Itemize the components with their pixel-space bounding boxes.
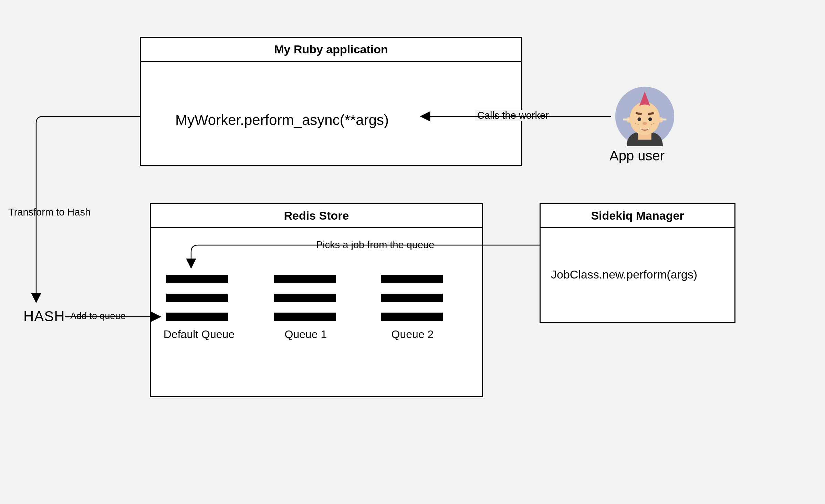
svg-point-9 xyxy=(638,117,641,121)
queue-bar xyxy=(166,275,228,283)
app-user-icon xyxy=(615,86,675,146)
queue-bar xyxy=(166,294,228,302)
redis-store-box: Redis Store Default Queue Queue 1 Queue … xyxy=(150,203,483,397)
svg-point-10 xyxy=(648,117,652,121)
sidekiq-manager-title: Sidekiq Manager xyxy=(541,204,734,228)
queue-bar xyxy=(381,313,443,321)
redis-store-title: Redis Store xyxy=(151,204,482,228)
queue-bar xyxy=(274,313,336,321)
queue-label-1: Queue 1 xyxy=(275,328,337,341)
svg-point-12 xyxy=(635,123,637,124)
code-line-jobclass: JobClass.new.perform(args) xyxy=(551,268,697,281)
svg-rect-5 xyxy=(623,119,629,120)
svg-point-15 xyxy=(653,123,655,124)
ruby-app-title: My Ruby application xyxy=(141,38,521,62)
queue-bar xyxy=(274,294,336,302)
edge-label-add-to-queue: Add to queue xyxy=(68,311,128,322)
queue-bar xyxy=(381,275,443,283)
queue-bar xyxy=(274,275,336,283)
svg-point-14 xyxy=(651,124,652,125)
hash-label: HASH xyxy=(23,308,65,325)
queue-bar xyxy=(166,313,228,321)
edge-label-picks-job: Picks a job from the queue xyxy=(314,239,436,251)
code-line-perform-async: MyWorker.perform_async(**args) xyxy=(175,112,389,128)
app-user-label: App user xyxy=(609,148,665,164)
queue-label-default: Default Queue xyxy=(159,328,239,341)
sidekiq-manager-box: Sidekiq Manager JobClass.new.perform(arg… xyxy=(540,203,735,323)
ruby-app-box: My Ruby application MyWorker.perform_asy… xyxy=(140,37,522,166)
edge-label-transform: Transform to Hash xyxy=(6,207,93,218)
svg-point-13 xyxy=(638,124,639,125)
edge-label-calls-worker: Calls the worker xyxy=(475,110,551,121)
queue-bar xyxy=(381,294,443,302)
queue-label-2: Queue 2 xyxy=(382,328,443,341)
svg-rect-6 xyxy=(660,119,667,120)
svg-point-11 xyxy=(643,122,647,125)
